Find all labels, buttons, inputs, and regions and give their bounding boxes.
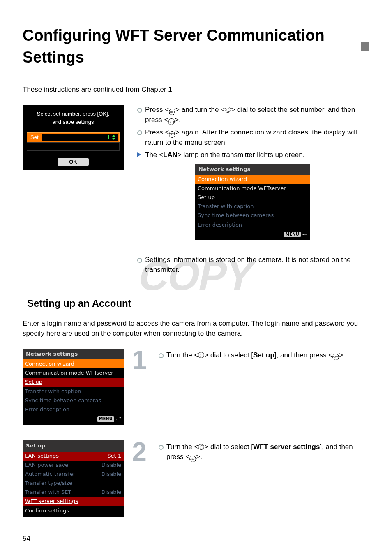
lcd-row-label: LAN power save: [25, 461, 68, 469]
lcd-row: LAN power saveDisable: [23, 461, 124, 470]
page-number: 54: [23, 534, 30, 544]
dial-icon: [198, 352, 204, 358]
lcd-menu-row: MENU ⮐: [23, 414, 124, 423]
divider: [23, 341, 369, 341]
title-decor-square: [361, 42, 369, 51]
step1-text: Turn the <> dial to select [Set up], and…: [157, 350, 369, 361]
section-heading-box: Setting up an Account: [23, 294, 369, 313]
text: Turn the <: [166, 443, 198, 451]
text: ], and then press <: [274, 351, 332, 359]
text: > again. After the connection wizard clo…: [145, 128, 357, 146]
text-bold: WFT server settings: [253, 443, 320, 451]
lcd-row-selected: LAN settingsSet 1: [23, 452, 124, 461]
bullet-item: Turn the <> dial to select [WFT server s…: [157, 442, 369, 462]
lcd-row-label: LAN settings: [25, 452, 59, 460]
text: >.: [196, 453, 202, 461]
set-icon: SET: [332, 354, 339, 360]
lcd-row-value: Disable: [101, 489, 121, 496]
lcd-set-msg-line2: and save settings: [52, 119, 94, 125]
lcd-network-screen: Network settings Connection wizard Commu…: [195, 164, 310, 241]
lcd-row-disabled: Sync time between cameras: [195, 211, 310, 220]
lcd-row-disabled: Transfer with caption: [23, 387, 124, 396]
menu-badge-icon: MENU: [97, 416, 114, 422]
dial-icon: [225, 107, 231, 113]
instruction-list-top: Press <SET> and turn the <> dial to sele…: [136, 105, 369, 148]
divider: [23, 97, 369, 97]
lcd-row-disabled: Error description: [23, 405, 124, 414]
bullet-item: Press <SET> again. After the connection …: [136, 127, 369, 147]
lcd-row-label: Transfer with SET: [25, 489, 71, 496]
lcd-selected-row: Connection wizard: [195, 175, 310, 184]
page-title: Configuring WFT Server Communication Set…: [23, 25, 369, 68]
lcd-set-message: Select set number, press [OK], and save …: [27, 110, 120, 126]
text: > dial to select [: [204, 351, 253, 359]
lcd-selected-row: Connection wizard: [23, 359, 124, 368]
step-2-row: Set up LAN settingsSet 1 LAN power saveD…: [23, 440, 369, 525]
lcd-highlight-row: WFT server settings: [23, 497, 124, 506]
text: The <: [145, 151, 163, 159]
lcd-row-disabled: Transfer with caption: [195, 202, 310, 211]
lcd-row-value: Disable: [101, 470, 121, 478]
lcd-highlight-row: Set up: [23, 378, 124, 387]
lcd-row-value: Set 1: [107, 452, 121, 460]
lcd-step2-screen: Set up LAN settingsSet 1 LAN power saveD…: [23, 440, 124, 517]
instruction-list-bottom: Settings information is stored on the ca…: [136, 255, 369, 275]
intro-text: These instructions are continued from Ch…: [23, 85, 369, 95]
lcd-row-disabled: Error description: [195, 220, 310, 229]
lcd-menu-row: MENU ⮐: [195, 229, 310, 239]
lcd-row: Communication mode WFTserver: [195, 184, 310, 193]
lcd-set-value: 1: [42, 134, 118, 141]
step-number-2: 2: [131, 440, 148, 464]
text-bold: Set up: [253, 351, 274, 359]
lcd-set-blank-row: [27, 142, 120, 151]
step-number-1: 1: [131, 349, 148, 373]
lcd-row: Communication mode WFTserver: [23, 368, 124, 378]
dial-icon: [198, 444, 204, 450]
lcd-row: Transfer type/size: [23, 479, 124, 488]
lcd-set-label: Set: [27, 134, 42, 141]
step2-text: Turn the <> dial to select [WFT server s…: [157, 442, 369, 462]
lcd-row: Set up: [195, 193, 310, 202]
lcd-row-label: Transfer type/size: [25, 480, 72, 487]
lcd-row-value: Disable: [101, 461, 121, 469]
lcd-set-screen: Select set number, press [OK], and save …: [23, 105, 124, 170]
section-intro: Enter a login name and password to acces…: [23, 319, 369, 338]
text-bold: LAN: [163, 151, 178, 159]
lcd-row-disabled: Sync time between cameras: [23, 396, 124, 405]
menu-badge-icon: MENU: [284, 232, 301, 237]
lcd-row: Automatic transferDisable: [23, 470, 124, 479]
title-text: Configuring WFT Server Communication Set…: [23, 25, 355, 68]
set-icon: SET: [169, 131, 175, 138]
set-icon: SET: [169, 109, 175, 115]
bullet-item: Settings information is stored on the ca…: [136, 255, 369, 275]
lcd-title: Network settings: [23, 349, 124, 359]
step-1-row: Network settings Connection wizard Commu…: [23, 349, 369, 433]
text: > and turn the <: [175, 106, 225, 114]
text: >.: [339, 351, 345, 359]
set-icon: SET: [189, 456, 196, 462]
text: >.: [175, 116, 181, 124]
lcd-row: Transfer with SETDisable: [23, 488, 124, 497]
section-heading: Setting up an Account: [27, 297, 365, 310]
set-icon: SET: [168, 118, 175, 125]
text: Press <: [145, 106, 169, 114]
lcd-set-msg-line1: Select set number, press [OK],: [37, 111, 109, 117]
lcd-row-label: Automatic transfer: [25, 470, 75, 478]
lcd-title: Network settings: [195, 164, 310, 175]
bullet-item: Press <SET> and turn the <> dial to sele…: [136, 105, 369, 125]
text: > dial to select [: [204, 443, 253, 451]
text: Turn the <: [166, 351, 198, 359]
text: > lamp on the transmitter lights up gree…: [178, 151, 304, 159]
lcd-title: Set up: [23, 440, 124, 451]
lcd-step1-screen: Network settings Connection wizard Commu…: [23, 349, 124, 425]
lcd-ok-button: OK: [58, 158, 89, 166]
lcd-row: Confirm settings: [23, 506, 124, 515]
lcd-set-field-row: Set 1: [27, 132, 120, 142]
triangle-note: The <LAN> lamp on the transmitter lights…: [136, 150, 369, 160]
text: Press <: [145, 128, 169, 136]
bullet-item: Turn the <> dial to select [Set up], and…: [157, 350, 369, 361]
